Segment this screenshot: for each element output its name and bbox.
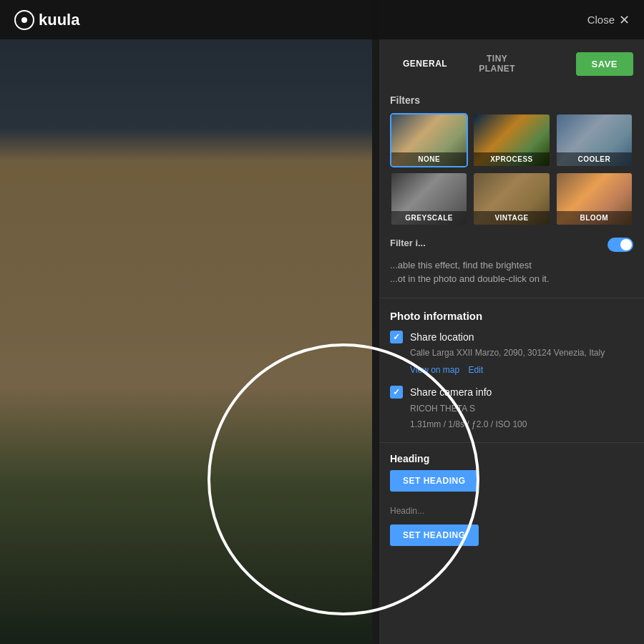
share-location-label: Share location bbox=[410, 331, 474, 343]
close-icon: ✕ bbox=[619, 12, 630, 28]
right-panel: GENERAL TINYPLANET SAVE Filters NONE XPR… bbox=[379, 0, 644, 644]
filter-bloom[interactable]: BLOOM bbox=[555, 172, 633, 226]
logo-icon bbox=[14, 10, 34, 30]
filter-none-label: NONE bbox=[391, 152, 467, 166]
save-button[interactable]: SAVE bbox=[576, 52, 633, 76]
logo: kuula bbox=[14, 10, 79, 30]
photo-info-section: Photo information Share location Calle L… bbox=[379, 301, 644, 439]
filter-intensity-row: Filter i... bbox=[379, 233, 644, 254]
close-label: Close bbox=[587, 14, 615, 26]
share-camera-row: Share camera info bbox=[390, 386, 633, 399]
filters-grid: NONE XPROCESS COOLER GREYSCALE VINTAGE B… bbox=[379, 113, 644, 233]
filter-bloom-label: BLOOM bbox=[557, 211, 632, 225]
set-heading-button-1[interactable]: SET HEADING bbox=[390, 470, 479, 492]
filter-info-text: ...able this effect, find the brightest … bbox=[379, 254, 644, 295]
camera-settings: 1.31mm / 1/8s / ƒ2.0 / ISO 100 bbox=[390, 418, 633, 431]
camera-model: RICOH THETA S bbox=[390, 402, 633, 415]
edit-location-link[interactable]: Edit bbox=[469, 365, 484, 375]
heading-title: Heading bbox=[390, 453, 633, 464]
filter-intensity-toggle[interactable] bbox=[608, 238, 633, 252]
filters-label: Filters bbox=[379, 89, 644, 113]
divider-1 bbox=[379, 298, 644, 298]
filter-xprocess[interactable]: XPROCESS bbox=[472, 113, 550, 167]
header-bar: kuula Close ✕ bbox=[0, 0, 644, 39]
share-location-row: Share location bbox=[390, 331, 633, 343]
filter-greyscale[interactable]: GREYSCALE bbox=[390, 172, 468, 226]
filter-none[interactable]: NONE bbox=[390, 113, 468, 167]
tab-general[interactable]: GENERAL bbox=[390, 53, 460, 74]
filter-vintage-label: VINTAGE bbox=[474, 211, 549, 225]
set-heading-button-2[interactable]: SET HEADING bbox=[390, 525, 479, 546]
filter-greyscale-label: GREYSCALE bbox=[391, 211, 467, 225]
filter-xprocess-label: XPROCESS bbox=[474, 152, 549, 166]
heading-sub-label: Headin... bbox=[390, 506, 633, 516]
heading-section: Heading SET HEADING bbox=[379, 446, 644, 499]
filter-intensity-label: Filter i... bbox=[390, 238, 426, 248]
filter-vintage[interactable]: VINTAGE bbox=[472, 172, 550, 226]
photo-info-title: Photo information bbox=[390, 310, 633, 322]
filter-cooler[interactable]: COOLER bbox=[555, 113, 633, 167]
map-links: View on map Edit bbox=[390, 363, 633, 376]
background-overlay bbox=[0, 0, 372, 644]
filter-cooler-label: COOLER bbox=[557, 152, 632, 166]
close-button[interactable]: Close ✕ bbox=[587, 12, 630, 28]
view-on-map-link[interactable]: View on map bbox=[410, 365, 459, 375]
share-camera-label: Share camera info bbox=[410, 386, 492, 398]
location-address: Calle Larga XXII Marzo, 2090, 30124 Vene… bbox=[390, 347, 633, 359]
divider-2 bbox=[379, 442, 644, 443]
share-location-checkbox[interactable] bbox=[390, 331, 403, 343]
tabs-row: GENERAL TINYPLANET SAVE bbox=[379, 39, 644, 89]
tab-tiny-planet[interactable]: TINYPLANET bbox=[466, 48, 528, 80]
logo-text: kuula bbox=[39, 11, 79, 29]
heading-sub-row: Headin... SET HEADING bbox=[379, 499, 644, 550]
share-camera-checkbox[interactable] bbox=[390, 386, 403, 399]
